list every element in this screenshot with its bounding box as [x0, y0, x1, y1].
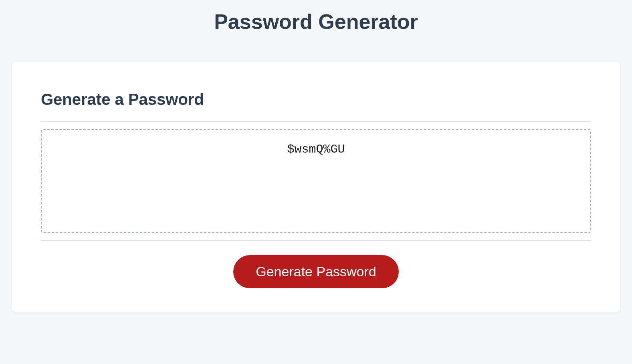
- button-row: Generate Password: [41, 255, 591, 288]
- generate-password-button[interactable]: Generate Password: [233, 255, 399, 288]
- card-heading: Generate a Password: [41, 90, 591, 109]
- password-output[interactable]: $wsmQ%GU: [41, 129, 591, 233]
- output-section: $wsmQ%GU: [41, 121, 591, 241]
- generator-card: Generate a Password $wsmQ%GU Generate Pa…: [12, 62, 620, 312]
- page-title: Password Generator: [0, 0, 632, 42]
